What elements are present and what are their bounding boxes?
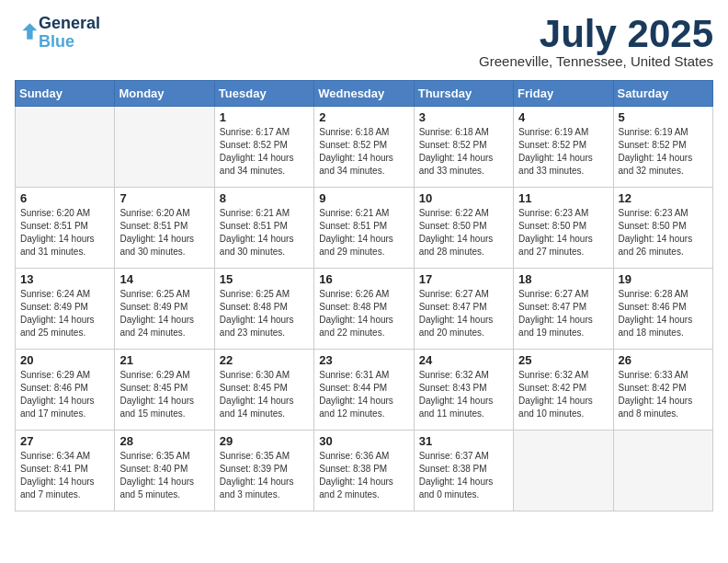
calendar-table: SundayMondayTuesdayWednesdayThursdayFrid… (15, 80, 713, 511)
calendar-cell: 10Sunrise: 6:22 AMSunset: 8:50 PMDayligh… (414, 188, 513, 269)
calendar-cell: 8Sunrise: 6:21 AMSunset: 8:51 PMDaylight… (214, 188, 313, 269)
day-number: 21 (119, 353, 209, 367)
day-number: 23 (319, 353, 408, 367)
day-number: 19 (619, 272, 708, 286)
calendar-cell: 28Sunrise: 6:35 AMSunset: 8:40 PMDayligh… (115, 431, 214, 511)
weekday-header-friday: Friday (514, 81, 613, 107)
day-info: Sunrise: 6:28 AMSunset: 8:46 PMDaylight:… (619, 288, 708, 339)
calendar-cell: 5Sunrise: 6:19 AMSunset: 8:52 PMDaylight… (613, 107, 712, 188)
calendar-cell: 11Sunrise: 6:23 AMSunset: 8:50 PMDayligh… (514, 188, 613, 269)
calendar-cell: 27Sunrise: 6:34 AMSunset: 8:41 PMDayligh… (16, 431, 115, 511)
calendar-cell: 1Sunrise: 6:17 AMSunset: 8:52 PMDaylight… (214, 107, 313, 188)
day-number: 14 (119, 272, 209, 286)
calendar-cell: 12Sunrise: 6:23 AMSunset: 8:50 PMDayligh… (613, 188, 712, 269)
logo-text: General Blue (39, 15, 100, 52)
day-number: 9 (319, 191, 408, 205)
weekday-header-thursday: Thursday (414, 81, 513, 107)
day-info: Sunrise: 6:35 AMSunset: 8:39 PMDaylight:… (220, 450, 309, 501)
svg-marker-0 (22, 23, 37, 40)
day-number: 4 (518, 110, 608, 124)
day-info: Sunrise: 6:36 AMSunset: 8:38 PMDaylight:… (319, 450, 408, 501)
day-info: Sunrise: 6:29 AMSunset: 8:45 PMDaylight:… (119, 369, 209, 420)
calendar-cell: 14Sunrise: 6:25 AMSunset: 8:49 PMDayligh… (115, 269, 214, 350)
day-info: Sunrise: 6:27 AMSunset: 8:47 PMDaylight:… (419, 288, 508, 339)
calendar-cell: 19Sunrise: 6:28 AMSunset: 8:46 PMDayligh… (613, 269, 712, 350)
calendar-cell (514, 431, 613, 511)
day-info: Sunrise: 6:34 AMSunset: 8:41 PMDaylight:… (20, 450, 109, 501)
day-info: Sunrise: 6:25 AMSunset: 8:49 PMDaylight:… (119, 288, 209, 339)
calendar-cell: 3Sunrise: 6:18 AMSunset: 8:52 PMDaylight… (414, 107, 513, 188)
day-number: 24 (419, 353, 508, 367)
weekday-header-saturday: Saturday (613, 81, 712, 107)
calendar-week-row: 20Sunrise: 6:29 AMSunset: 8:46 PMDayligh… (16, 350, 713, 431)
day-info: Sunrise: 6:20 AMSunset: 8:51 PMDaylight:… (119, 207, 209, 259)
calendar-cell: 7Sunrise: 6:20 AMSunset: 8:51 PMDaylight… (115, 188, 214, 269)
calendar-week-row: 13Sunrise: 6:24 AMSunset: 8:49 PMDayligh… (16, 269, 713, 350)
title-block: July 2025 Greeneville, Tennessee, United… (479, 15, 713, 69)
weekday-header-wednesday: Wednesday (314, 81, 414, 107)
day-number: 7 (119, 191, 209, 205)
calendar-cell: 22Sunrise: 6:30 AMSunset: 8:45 PMDayligh… (214, 350, 313, 431)
day-info: Sunrise: 6:37 AMSunset: 8:38 PMDaylight:… (419, 450, 508, 501)
calendar-cell: 4Sunrise: 6:19 AMSunset: 8:52 PMDaylight… (514, 107, 613, 188)
day-number: 27 (20, 434, 109, 448)
day-info: Sunrise: 6:30 AMSunset: 8:45 PMDaylight:… (220, 369, 309, 420)
day-info: Sunrise: 6:23 AMSunset: 8:50 PMDaylight:… (518, 207, 608, 259)
calendar-cell (115, 107, 214, 188)
calendar-cell (16, 107, 115, 188)
calendar-cell: 25Sunrise: 6:32 AMSunset: 8:42 PMDayligh… (514, 350, 613, 431)
day-number: 12 (619, 191, 708, 205)
day-number: 1 (220, 110, 309, 124)
location: Greeneville, Tennessee, United States (479, 53, 713, 69)
month-title: July 2025 (479, 15, 713, 53)
calendar-cell: 9Sunrise: 6:21 AMSunset: 8:51 PMDaylight… (314, 188, 414, 269)
calendar-cell: 17Sunrise: 6:27 AMSunset: 8:47 PMDayligh… (414, 269, 513, 350)
calendar-cell: 16Sunrise: 6:26 AMSunset: 8:48 PMDayligh… (314, 269, 414, 350)
weekday-header-row: SundayMondayTuesdayWednesdayThursdayFrid… (16, 81, 713, 107)
calendar-cell (613, 431, 712, 511)
logo: General Blue (15, 15, 100, 52)
calendar-cell: 23Sunrise: 6:31 AMSunset: 8:44 PMDayligh… (314, 350, 414, 431)
day-number: 13 (20, 272, 109, 286)
calendar-cell: 18Sunrise: 6:27 AMSunset: 8:47 PMDayligh… (514, 269, 613, 350)
calendar-cell: 26Sunrise: 6:33 AMSunset: 8:42 PMDayligh… (613, 350, 712, 431)
day-info: Sunrise: 6:29 AMSunset: 8:46 PMDaylight:… (20, 369, 109, 420)
calendar-cell: 31Sunrise: 6:37 AMSunset: 8:38 PMDayligh… (414, 431, 513, 511)
day-number: 29 (220, 434, 309, 448)
day-info: Sunrise: 6:32 AMSunset: 8:42 PMDaylight:… (518, 369, 608, 420)
day-info: Sunrise: 6:21 AMSunset: 8:51 PMDaylight:… (220, 207, 309, 259)
day-info: Sunrise: 6:35 AMSunset: 8:40 PMDaylight:… (119, 450, 209, 501)
weekday-header-tuesday: Tuesday (214, 81, 313, 107)
day-info: Sunrise: 6:27 AMSunset: 8:47 PMDaylight:… (518, 288, 608, 339)
day-number: 17 (419, 272, 508, 286)
day-number: 11 (518, 191, 608, 205)
calendar-cell: 24Sunrise: 6:32 AMSunset: 8:43 PMDayligh… (414, 350, 513, 431)
day-number: 3 (419, 110, 508, 124)
day-info: Sunrise: 6:31 AMSunset: 8:44 PMDaylight:… (319, 369, 408, 420)
calendar-cell: 2Sunrise: 6:18 AMSunset: 8:52 PMDaylight… (314, 107, 414, 188)
day-info: Sunrise: 6:26 AMSunset: 8:48 PMDaylight:… (319, 288, 408, 339)
day-info: Sunrise: 6:21 AMSunset: 8:51 PMDaylight:… (319, 207, 408, 259)
day-number: 15 (220, 272, 309, 286)
day-number: 10 (419, 191, 508, 205)
calendar-cell: 21Sunrise: 6:29 AMSunset: 8:45 PMDayligh… (115, 350, 214, 431)
day-info: Sunrise: 6:19 AMSunset: 8:52 PMDaylight:… (518, 126, 608, 178)
day-number: 16 (319, 272, 408, 286)
day-number: 31 (419, 434, 508, 448)
day-info: Sunrise: 6:22 AMSunset: 8:50 PMDaylight:… (419, 207, 508, 259)
day-info: Sunrise: 6:20 AMSunset: 8:51 PMDaylight:… (20, 207, 109, 259)
day-info: Sunrise: 6:24 AMSunset: 8:49 PMDaylight:… (20, 288, 109, 339)
day-info: Sunrise: 6:33 AMSunset: 8:42 PMDaylight:… (619, 369, 708, 420)
calendar-cell: 6Sunrise: 6:20 AMSunset: 8:51 PMDaylight… (16, 188, 115, 269)
logo-icon (17, 20, 39, 42)
day-info: Sunrise: 6:23 AMSunset: 8:50 PMDaylight:… (619, 207, 708, 259)
day-info: Sunrise: 6:19 AMSunset: 8:52 PMDaylight:… (619, 126, 708, 178)
day-info: Sunrise: 6:18 AMSunset: 8:52 PMDaylight:… (319, 126, 408, 178)
day-info: Sunrise: 6:32 AMSunset: 8:43 PMDaylight:… (419, 369, 508, 420)
day-number: 28 (119, 434, 209, 448)
page-header: General Blue July 2025 Greeneville, Tenn… (15, 15, 713, 69)
calendar-week-row: 6Sunrise: 6:20 AMSunset: 8:51 PMDaylight… (16, 188, 713, 269)
day-number: 22 (220, 353, 309, 367)
day-number: 25 (518, 353, 608, 367)
weekday-header-monday: Monday (115, 81, 214, 107)
